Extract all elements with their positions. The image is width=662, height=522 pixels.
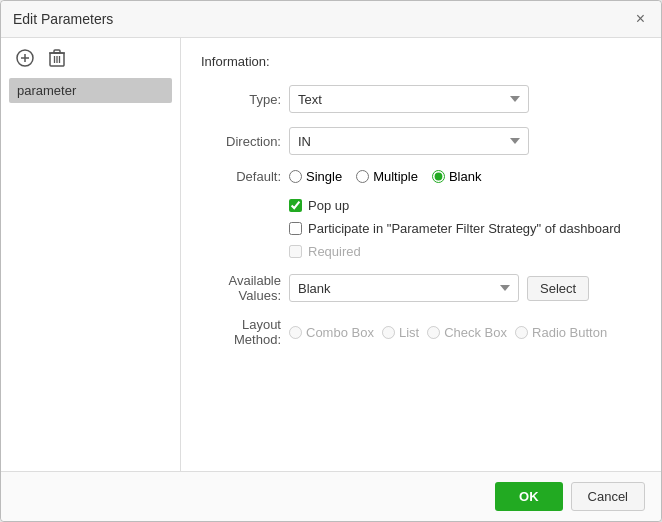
single-label: Single <box>306 169 342 184</box>
checkbox-section: Pop up Participate in "Parameter Filter … <box>201 198 641 259</box>
blank-radio[interactable] <box>432 170 445 183</box>
type-row: Type: Text Numeric Date <box>201 85 641 113</box>
radio-button-option: Radio Button <box>515 325 607 340</box>
required-row: Required <box>289 244 641 259</box>
cancel-button[interactable]: Cancel <box>571 482 645 511</box>
info-section: Information: <box>201 54 641 69</box>
type-label: Type: <box>201 92 281 107</box>
direction-row: Direction: IN OUT INOUT <box>201 127 641 155</box>
default-radio-group: Single Multiple Blank <box>289 169 481 184</box>
check-box-radio <box>427 326 440 339</box>
left-panel: parameter <box>1 38 181 471</box>
radio-button-label: Radio Button <box>532 325 607 340</box>
layout-label: Layout Method: <box>201 317 281 347</box>
add-icon <box>16 49 34 67</box>
info-label: Information: <box>201 54 270 69</box>
single-option[interactable]: Single <box>289 169 342 184</box>
delete-icon <box>49 49 65 67</box>
radio-button-radio <box>515 326 528 339</box>
available-values-row: Available Values: Blank Select <box>201 273 641 303</box>
title-bar: Edit Parameters × <box>1 1 661 38</box>
select-button[interactable]: Select <box>527 276 589 301</box>
ok-button[interactable]: OK <box>495 482 563 511</box>
popup-label[interactable]: Pop up <box>308 198 349 213</box>
multiple-radio[interactable] <box>356 170 369 183</box>
filter-strategy-row: Participate in "Parameter Filter Strateg… <box>289 221 641 236</box>
combo-box-radio <box>289 326 302 339</box>
dialog-body: parameter Information: Type: Text Numeri… <box>1 38 661 471</box>
filter-strategy-checkbox[interactable] <box>289 222 302 235</box>
parameter-item[interactable]: parameter <box>9 78 172 103</box>
check-box-label: Check Box <box>444 325 507 340</box>
blank-option[interactable]: Blank <box>432 169 482 184</box>
type-select[interactable]: Text Numeric Date <box>289 85 529 113</box>
close-button[interactable]: × <box>632 9 649 29</box>
dialog-title: Edit Parameters <box>13 11 113 27</box>
right-panel: Information: Type: Text Numeric Date Dir… <box>181 38 661 471</box>
popup-checkbox[interactable] <box>289 199 302 212</box>
default-row: Default: Single Multiple Blank <box>201 169 641 184</box>
check-box-option: Check Box <box>427 325 507 340</box>
svg-rect-5 <box>54 50 60 53</box>
direction-label: Direction: <box>201 134 281 149</box>
default-label: Default: <box>201 169 281 184</box>
blank-label: Blank <box>449 169 482 184</box>
left-toolbar <box>9 46 172 70</box>
edit-parameters-dialog: Edit Parameters × <box>0 0 662 522</box>
single-radio[interactable] <box>289 170 302 183</box>
list-radio <box>382 326 395 339</box>
multiple-label: Multiple <box>373 169 418 184</box>
required-checkbox[interactable] <box>289 245 302 258</box>
parameter-list: parameter <box>9 78 172 463</box>
multiple-option[interactable]: Multiple <box>356 169 418 184</box>
layout-row: Layout Method: Combo Box List Check Box … <box>201 317 641 347</box>
direction-select[interactable]: IN OUT INOUT <box>289 127 529 155</box>
combo-box-option: Combo Box <box>289 325 374 340</box>
available-values-label: Available Values: <box>201 273 281 303</box>
list-option: List <box>382 325 419 340</box>
popup-row: Pop up <box>289 198 641 213</box>
combo-box-label: Combo Box <box>306 325 374 340</box>
required-label[interactable]: Required <box>308 244 361 259</box>
add-parameter-button[interactable] <box>13 46 37 70</box>
list-label: List <box>399 325 419 340</box>
dialog-footer: OK Cancel <box>1 471 661 521</box>
filter-strategy-label[interactable]: Participate in "Parameter Filter Strateg… <box>308 221 621 236</box>
delete-parameter-button[interactable] <box>45 46 69 70</box>
available-values-select[interactable]: Blank <box>289 274 519 302</box>
